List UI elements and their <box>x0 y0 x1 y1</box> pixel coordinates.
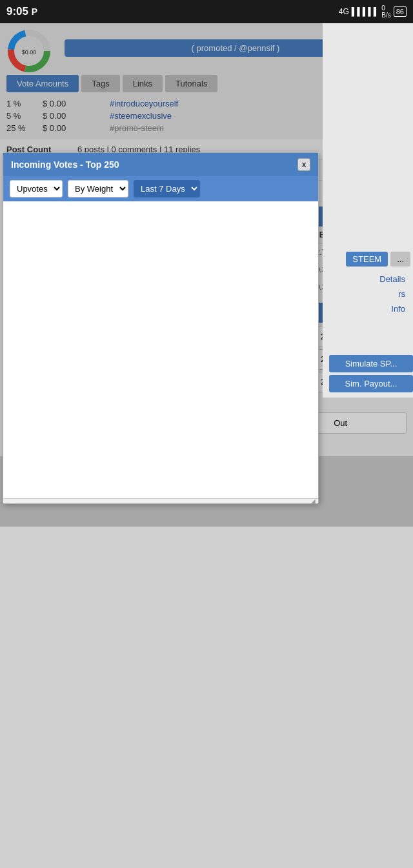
modal-overlay: Incoming Votes - Top 250 x Upvotes By We… <box>0 23 413 527</box>
dots-button[interactable]: ... <box>390 252 410 267</box>
details-link[interactable]: Details <box>325 272 410 287</box>
voters-link[interactable]: rs <box>325 287 410 301</box>
bars-icon: ▌▌▌▌▌ <box>352 7 379 16</box>
battery-icon: 86 <box>394 6 407 17</box>
steem-button[interactable]: STEEM <box>346 252 388 267</box>
modal-select-period[interactable]: Last 7 Days <box>134 180 200 197</box>
simulate-sp-button[interactable]: Simulate SP... <box>329 355 413 372</box>
modal-header: Incoming Votes - Top 250 x <box>3 153 318 176</box>
modal-select-type[interactable]: Upvotes <box>10 180 63 197</box>
status-time: 9:05 P <box>6 5 37 18</box>
resize-icon: ◢ <box>310 498 316 505</box>
simulate-buttons: Simulate SP... Sim. Payout... <box>325 355 410 392</box>
modal-select-sort[interactable]: By Weight <box>68 180 128 197</box>
steem-buttons: STEEM ... <box>325 252 410 267</box>
sim-payout-button[interactable]: Sim. Payout... <box>329 375 413 392</box>
info-link[interactable]: Info <box>325 301 410 316</box>
incoming-votes-modal: Incoming Votes - Top 250 x Upvotes By We… <box>3 152 319 504</box>
modal-controls: Upvotes By Weight Last 7 Days <box>3 176 318 201</box>
status-bar: 9:05 P 4G ▌▌▌▌▌ 0B/s 86 <box>0 0 413 23</box>
modal-body <box>3 201 318 498</box>
right-sidebar-partial: STEEM ... Details rs Info Simulate SP...… <box>323 23 413 398</box>
modal-title: Incoming Votes - Top 250 <box>11 159 119 170</box>
status-icons: 4G ▌▌▌▌▌ 0B/s 86 <box>339 5 407 19</box>
data-speed: 0B/s <box>381 5 390 19</box>
modal-close-button[interactable]: x <box>297 158 310 171</box>
signal-icon: 4G <box>339 7 349 16</box>
modal-resize-handle[interactable]: ◢ <box>3 498 318 503</box>
